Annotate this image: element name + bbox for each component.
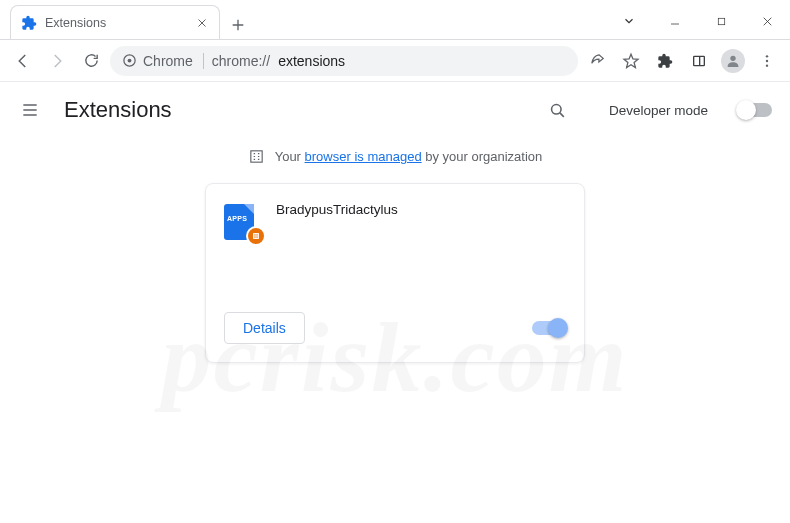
svg-rect-13 [254,236,255,237]
extension-card: APPS BradypusTridactylus Details [205,183,585,363]
managed-link[interactable]: browser is managed [305,149,422,164]
developer-mode-label: Developer mode [609,103,708,118]
building-icon [248,148,265,165]
close-window-button[interactable] [744,3,790,39]
svg-rect-11 [254,234,255,235]
maximize-button[interactable] [698,3,744,39]
url-path: extensions [278,53,345,69]
tab-title: Extensions [45,16,187,30]
svg-rect-14 [256,236,257,237]
puzzle-icon [21,15,37,31]
reload-button[interactable] [76,46,106,76]
back-button[interactable] [8,46,38,76]
profile-avatar[interactable] [718,46,748,76]
svg-rect-12 [256,234,257,235]
managed-prefix: Your [275,149,305,164]
titlebar: Extensions [0,0,790,40]
toolbar-right [582,46,782,76]
extensions-puzzle-icon[interactable] [650,46,680,76]
managed-banner: Your browser is managed by your organiza… [0,138,790,183]
svg-point-4 [730,55,735,60]
kebab-menu-icon[interactable] [752,46,782,76]
forward-button[interactable] [42,46,72,76]
managed-suffix: by your organization [422,149,543,164]
caret-down-icon[interactable] [606,3,652,39]
svg-rect-0 [718,18,724,24]
new-tab-button[interactable] [224,11,252,39]
browser-toolbar: Chrome chrome://extensions [0,40,790,82]
svg-point-5 [766,55,768,57]
svg-point-2 [128,59,132,63]
browser-tab[interactable]: Extensions [10,5,220,39]
menu-button[interactable] [18,98,42,122]
close-tab-button[interactable] [195,16,209,30]
share-icon[interactable] [582,46,612,76]
developer-mode-toggle[interactable] [738,103,772,117]
svg-rect-10 [253,233,259,239]
window-controls [606,3,790,39]
sidepanel-icon[interactable] [684,46,714,76]
site-info-chip[interactable]: Chrome [122,53,204,69]
svg-point-7 [766,64,768,66]
url-prefix: chrome:// [212,53,270,69]
page-title: Extensions [64,97,172,123]
svg-point-8 [552,104,562,114]
managed-text: Your browser is managed by your organiza… [275,149,543,164]
address-bar[interactable]: Chrome chrome://extensions [110,46,578,76]
managed-badge-icon [246,226,266,246]
svg-point-6 [766,59,768,61]
bookmark-star-icon[interactable] [616,46,646,76]
extensions-list: APPS BradypusTridactylus Details [0,183,790,363]
extension-enable-toggle[interactable] [532,321,566,335]
extension-icon-label: APPS [227,215,247,222]
search-icon[interactable] [543,95,573,125]
extension-icon: APPS [224,204,260,240]
details-button[interactable]: Details [224,312,305,344]
extension-name: BradypusTridactylus [276,202,398,272]
site-info-label: Chrome [143,53,193,69]
chrome-icon [122,53,137,68]
svg-rect-9 [251,151,262,162]
page-header: Extensions Developer mode [0,82,790,138]
minimize-button[interactable] [652,3,698,39]
